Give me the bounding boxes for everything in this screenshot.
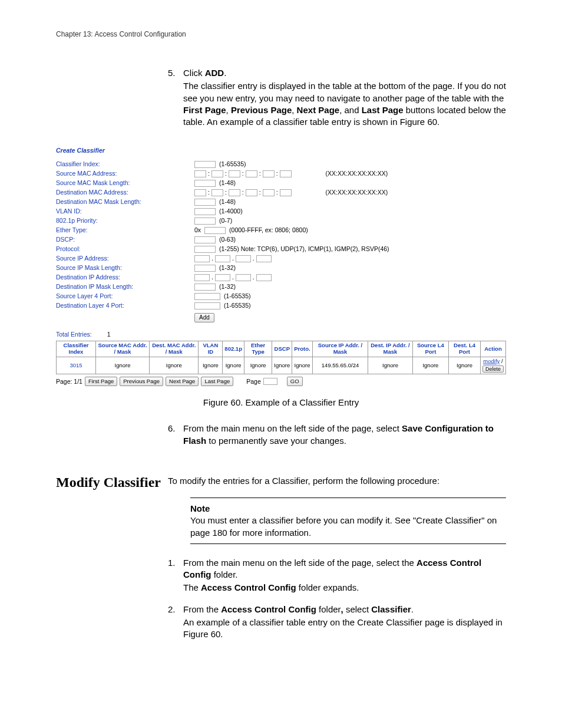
step-5: 5. Click ADD. The classifier entry is di… (168, 67, 506, 129)
page-input[interactable] (263, 378, 277, 385)
page-indicator: Page: 1/1 (56, 378, 82, 386)
input-8021p[interactable] (194, 218, 216, 225)
input-dmac-mask[interactable] (194, 199, 216, 206)
input-smac-mask[interactable] (194, 180, 216, 187)
cell-action: modify / Delete (480, 357, 505, 374)
last-page-button[interactable]: Last Page (201, 377, 233, 386)
go-button[interactable]: GO (287, 377, 303, 386)
step-number: 6. (168, 423, 183, 448)
input-sip-1[interactable] (194, 255, 210, 262)
input-dip-mask[interactable] (194, 284, 216, 291)
input-dmac-1[interactable] (194, 189, 206, 196)
step-6: 6. From the main menu on the left side o… (168, 423, 506, 448)
input-dmac-2[interactable] (211, 189, 223, 196)
step-number: 5. (168, 67, 183, 129)
input-dmac-5[interactable] (263, 189, 275, 196)
delete-button[interactable]: Delete (482, 365, 504, 373)
create-classifier-title: Create Classifier (56, 147, 506, 154)
input-dl4[interactable] (194, 302, 220, 309)
table-row: 3015 Ignore Ignore Ignore Ignore Ignore … (57, 357, 506, 374)
label-dest-ip: Destination IP Address: (56, 274, 194, 281)
text: , (292, 105, 296, 115)
input-sip-3[interactable] (236, 255, 251, 262)
colon-sep: : (207, 170, 210, 177)
classifier-bold: Classifier (371, 604, 411, 614)
dot-sep: . (232, 255, 234, 262)
note-body: You must enter a classifier before you c… (190, 515, 506, 539)
modify-link[interactable]: modify (483, 358, 500, 364)
dot-sep: . (211, 274, 214, 281)
cell-smac: Ignore (96, 357, 150, 374)
label-classifier-index: Classifier Index: (56, 160, 194, 168)
label-dest-l4: Destination Layer 4 Port: (56, 302, 194, 309)
text: , and (339, 105, 362, 115)
text: folder expands. (296, 582, 359, 592)
input-sip-4[interactable] (256, 255, 272, 262)
access-control-config-bold: Access Control Config (201, 582, 296, 592)
input-smac-6[interactable] (280, 170, 292, 177)
next-page-button[interactable]: Next Page (166, 377, 199, 386)
input-dmac-4[interactable] (246, 189, 257, 196)
input-dscp[interactable] (194, 236, 216, 243)
input-ether-type[interactable] (204, 227, 226, 234)
hint: (0-7) (219, 217, 232, 225)
th-8021p: 802.1p (223, 341, 244, 357)
section-title-modify-classifier: Modify Classifier (56, 473, 168, 650)
input-dip-4[interactable] (256, 274, 272, 281)
input-smac-5[interactable] (263, 170, 275, 177)
label-ether-type: Ether Type: (56, 226, 194, 234)
input-dip-2[interactable] (215, 274, 230, 281)
input-smac-4[interactable] (246, 170, 257, 177)
access-control-config-bold: Access Control Config (221, 604, 316, 614)
hint: (1-65535) (224, 292, 251, 300)
th-dest-mac: Dest. MAC Addr. / Mask (150, 341, 199, 357)
step-number: 1. (168, 557, 183, 595)
input-smac-1[interactable] (194, 170, 206, 177)
th-dest-l4: Dest. L4 Port (449, 341, 481, 357)
text: From the main menu on the left side of t… (183, 558, 416, 568)
first-page-button[interactable]: First Page (85, 377, 117, 386)
add-button[interactable]: Add (194, 313, 214, 323)
hex-prefix: 0x (194, 226, 201, 234)
modify-step-1: 1. From the main menu on the left side o… (168, 557, 506, 595)
input-classifier-index[interactable] (194, 161, 216, 168)
input-smac-2[interactable] (211, 170, 223, 177)
dot-sep: . (252, 274, 255, 281)
th-classifier-index: Classifier Index (57, 341, 96, 357)
input-dip-1[interactable] (194, 274, 210, 281)
input-dmac-3[interactable] (229, 189, 240, 196)
input-dip-3[interactable] (236, 274, 251, 281)
text: to permanently save your changes. (206, 436, 346, 446)
text: Click (183, 68, 205, 78)
cell-dl4: Ignore (449, 357, 481, 374)
pager: Page: 1/1 First Page Previous Page Next … (56, 377, 506, 386)
input-smac-3[interactable] (229, 170, 240, 177)
cell-8021p: Ignore (223, 357, 244, 374)
input-protocol[interactable] (194, 246, 216, 253)
dot-sep: . (252, 255, 255, 262)
last-page-bold: Last Page (362, 105, 404, 115)
colon-sep: : (242, 189, 244, 196)
input-sl4[interactable] (194, 293, 220, 300)
input-dmac-6[interactable] (280, 189, 292, 196)
input-vlan[interactable] (194, 208, 216, 215)
figure-caption: Figure 60. Example of a Classifier Entry (56, 397, 506, 409)
colon-sep: : (276, 170, 279, 177)
hint: (1-255) Note: TCP(6), UDP(17), ICMP(1), … (219, 245, 389, 253)
text: / (500, 358, 503, 364)
total-entries-label: Total Entries: (56, 331, 92, 338)
text: An example of a classifier table entry o… (183, 617, 506, 641)
input-sip-2[interactable] (215, 255, 230, 262)
th-source-l4: Source L4 Port (412, 341, 448, 357)
cell-proto: Ignore (292, 357, 312, 374)
label-dmac-mask-len: Destination MAC Mask Length: (56, 198, 194, 206)
colon-sep: : (242, 170, 244, 177)
figure-60-panel: Create Classifier Classifier Index:(1-65… (56, 147, 506, 386)
text: . (224, 68, 226, 78)
hint: (XX:XX:XX:XX:XX:XX) (326, 189, 388, 196)
page-word: Page (246, 378, 261, 386)
classifier-table: Classifier Index Source MAC Addr. / Mask… (56, 341, 506, 374)
previous-page-button[interactable]: Previous Page (120, 377, 163, 386)
input-sip-mask[interactable] (194, 265, 216, 272)
th-vlan-id: VLAN ID (199, 341, 223, 357)
